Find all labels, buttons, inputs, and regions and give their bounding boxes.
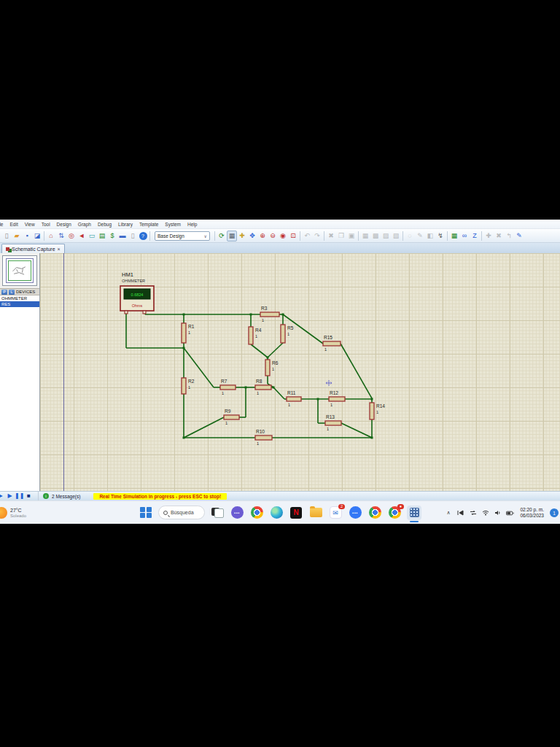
chrome-icon[interactable] xyxy=(249,506,264,520)
resistor-r8[interactable]: R81 xyxy=(255,379,271,395)
menu-help[interactable]: Help xyxy=(187,222,197,227)
wire[interactable] xyxy=(184,417,224,438)
resistor-r2[interactable]: R21 xyxy=(182,378,195,394)
open-project-icon[interactable]: ▰ xyxy=(12,231,22,241)
edit-script-icon[interactable]: ✎ xyxy=(514,231,524,241)
file-explorer-icon[interactable] xyxy=(308,506,323,520)
messages-icon[interactable]: ••• xyxy=(348,506,362,520)
volume-icon[interactable] xyxy=(494,509,502,517)
start-icon[interactable] xyxy=(139,506,153,520)
wire[interactable] xyxy=(273,387,284,399)
zoom-out-icon[interactable]: ⊖ xyxy=(268,231,278,241)
menu-library[interactable]: Library xyxy=(118,222,133,227)
resistor-r7[interactable]: R71 xyxy=(220,379,236,395)
device-item-res[interactable]: RES xyxy=(0,301,39,307)
edge-icon[interactable] xyxy=(269,506,284,520)
schematic-canvas[interactable]: R11R21R31R41R51R61R71R81R91R101R111R121R… xyxy=(40,253,560,491)
resistor-r1[interactable]: R11 xyxy=(182,323,195,343)
design-selector-dropdown[interactable]: Base Design ∨ xyxy=(155,231,210,241)
chat-icon[interactable]: ••• xyxy=(230,506,244,520)
help-icon[interactable]: ? xyxy=(139,232,147,240)
library-button[interactable]: L xyxy=(9,290,15,295)
tab-close-icon[interactable]: × xyxy=(58,247,61,252)
zoom-area-icon[interactable]: ⊡ xyxy=(288,231,298,241)
origin-icon[interactable]: ✚ xyxy=(237,231,247,241)
wire[interactable] xyxy=(341,423,372,438)
zoom-to-selection-icon: ◌ xyxy=(405,231,415,241)
resistor-r14[interactable]: R141 xyxy=(370,403,385,419)
chrome-profile-1-icon[interactable] xyxy=(368,506,382,520)
weather-temperature: 27°C xyxy=(10,508,26,514)
save-project-icon[interactable]: ▪ xyxy=(22,231,32,241)
menu-edit[interactable]: Edit xyxy=(9,222,18,227)
resistor-r12[interactable]: R121 xyxy=(329,390,345,407)
wire[interactable] xyxy=(341,344,372,398)
resistor-r3[interactable]: R31 xyxy=(260,306,279,322)
message-count[interactable]: 2 Message(s) xyxy=(52,494,80,499)
message-info-icon[interactable]: i xyxy=(43,493,49,499)
resistor-r13[interactable]: R131 xyxy=(325,414,341,431)
toggle-grid-icon[interactable]: ▦ xyxy=(227,231,237,241)
netflix-icon[interactable]: N xyxy=(289,506,303,520)
pick-parts-button[interactable]: P xyxy=(1,290,7,295)
search-and-tag-icon[interactable]: ∞ xyxy=(459,231,470,241)
goto-sheet-icon[interactable]: ◎ xyxy=(66,231,77,241)
search-icon[interactable]: Búsqueda xyxy=(158,506,205,519)
menu-template[interactable]: Template xyxy=(139,222,158,227)
chrome-profile-2-icon[interactable] xyxy=(387,506,402,520)
resistor-r15[interactable]: R151 xyxy=(323,335,341,352)
menu-system[interactable]: System xyxy=(165,222,181,227)
resistor-r10[interactable]: R101 xyxy=(255,429,272,446)
media-icon[interactable] xyxy=(456,509,464,517)
tab-label: Schematic Capture xyxy=(12,247,55,252)
menu-debug[interactable]: Debug xyxy=(98,222,112,227)
redraw-icon[interactable]: ⟳ xyxy=(217,231,227,241)
device-item-ohmmeter[interactable]: OHMMETER xyxy=(0,295,39,301)
play-button[interactable]: ▶ xyxy=(0,493,5,499)
netlist-compiler-icon[interactable]: ▬ xyxy=(117,231,128,241)
electrical-rule-check-icon[interactable]: $ xyxy=(107,231,117,241)
resistor-r4[interactable]: R41 xyxy=(249,327,262,344)
hidden-icons-chevron-icon[interactable]: ∧ xyxy=(444,509,452,517)
resistor-r6[interactable]: R61 xyxy=(265,360,279,376)
bill-of-materials-icon[interactable]: ▤ xyxy=(97,231,107,241)
resistor-r5[interactable]: R51 xyxy=(281,325,294,343)
stop-button[interactable]: ■ xyxy=(24,493,34,499)
battery-icon[interactable] xyxy=(506,509,514,517)
tab-schematic-capture[interactable]: Schematic Capture × xyxy=(1,244,65,253)
text-report-icon[interactable]: ▯ xyxy=(128,231,138,241)
wire[interactable] xyxy=(251,344,268,357)
pause-button[interactable]: ❚❚ xyxy=(15,493,24,499)
new-project-icon[interactable]: ▯ xyxy=(1,231,12,241)
zoom-in-icon[interactable]: ⊕ xyxy=(257,231,268,241)
wifi-icon[interactable] xyxy=(481,509,489,517)
menu-graph[interactable]: Graph xyxy=(78,222,91,227)
property-assignment-icon[interactable]: Z xyxy=(470,231,480,241)
weather-widget[interactable]: 27°C Soleado xyxy=(0,501,26,525)
notification-count-badge[interactable]: 1 xyxy=(550,508,559,517)
wire-autorouter-icon[interactable]: ▦ xyxy=(449,231,459,241)
pan-icon[interactable]: ✥ xyxy=(247,231,257,241)
resistor-r11[interactable]: R111 xyxy=(287,390,301,407)
previous-sheet-icon[interactable]: ◄ xyxy=(77,231,87,241)
import-project-icon[interactable]: ◪ xyxy=(32,231,42,241)
menu-file[interactable]: File xyxy=(0,222,3,227)
menu-tool[interactable]: Tool xyxy=(42,222,50,227)
screenshot-root: FileEditViewToolDesignGraphDebugLibraryT… xyxy=(0,0,560,747)
mail-icon[interactable]: ✉ xyxy=(328,506,343,520)
ethernet-icon[interactable] xyxy=(469,509,477,517)
ohmmeter-hm1[interactable]: 0.6824OhmsHM1OHMMETER xyxy=(120,271,154,314)
menu-view[interactable]: View xyxy=(25,222,35,227)
home-page-icon[interactable]: ⌂ xyxy=(46,231,56,241)
menu-design[interactable]: Design xyxy=(57,222,71,227)
taskbar-clock[interactable]: 02:20 p. m. 06/03/2023 xyxy=(520,507,544,519)
step-button[interactable]: ▶ xyxy=(5,493,15,499)
resistor-r9[interactable]: R91 xyxy=(224,409,239,425)
wire[interactable] xyxy=(268,343,283,357)
proteus-icon[interactable] xyxy=(407,506,421,520)
task-view-icon[interactable] xyxy=(210,506,225,520)
design-tools-icon[interactable]: ↯ xyxy=(435,231,446,241)
new-sheet-icon[interactable]: ⇅ xyxy=(56,231,66,241)
zoom-all-icon[interactable]: ◉ xyxy=(278,231,288,241)
display-options-icon[interactable]: ▭ xyxy=(87,231,97,241)
